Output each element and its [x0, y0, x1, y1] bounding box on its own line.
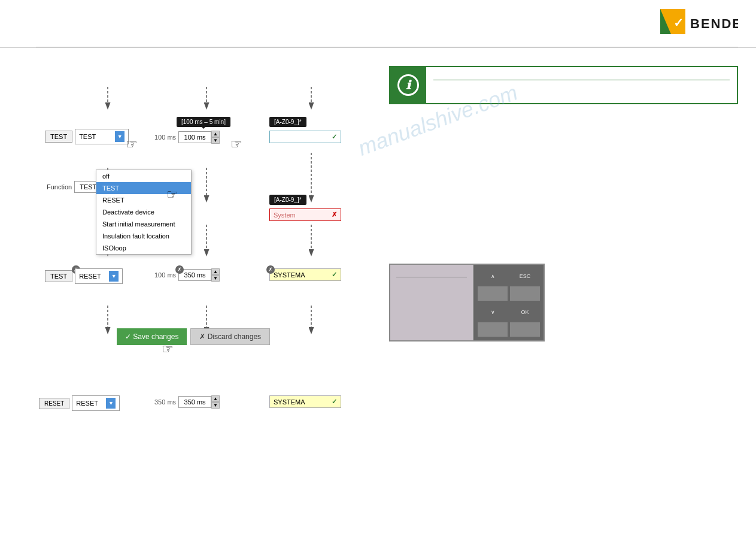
- text-field-3[interactable]: SYSTEMA ✓: [269, 395, 341, 408]
- spin-btns-3[interactable]: ▲ ▼: [211, 395, 220, 409]
- svg-text:✓: ✓: [673, 16, 684, 29]
- check-icon-3: ✓: [332, 398, 337, 406]
- device-panel: ∧ ESC ∨ OK: [389, 264, 545, 341]
- check-icon-1: ✓: [332, 133, 337, 141]
- save-button[interactable]: ✓ Save changes: [117, 328, 187, 345]
- time-label-3: 350 ms: [154, 398, 176, 406]
- function-dropdown[interactable]: off TEST RESET Deactivate device Start i…: [96, 170, 192, 255]
- spin-btns-1[interactable]: ▲ ▼: [211, 131, 220, 144]
- dev-btn-right-1[interactable]: [510, 286, 540, 301]
- device-screen: [390, 265, 474, 340]
- action-buttons: ✓ Save changes ✗ Discard changes: [117, 328, 270, 345]
- test-label-2: TEST: [45, 270, 72, 282]
- discard-button[interactable]: ✗ Discard changes: [190, 328, 270, 345]
- text-field-valid[interactable]: SYSTEMA ✓: [269, 268, 341, 281]
- info-panel: ℹ: [389, 66, 738, 104]
- dropdown-deactivate[interactable]: Deactivate device: [96, 206, 191, 218]
- function-row: Function TEST: [47, 181, 102, 193]
- dropdown-off[interactable]: off: [96, 170, 191, 182]
- select-arrow-2[interactable]: ▼: [109, 271, 119, 282]
- regex-hint-1: [A-Z0-9_]*: [269, 117, 306, 127]
- svg-text:BENDER: BENDER: [690, 16, 738, 31]
- test-label-1: TEST: [45, 131, 72, 143]
- time-tooltip: [100 ms – 5 min]: [177, 117, 230, 127]
- esc-label: ESC: [510, 268, 540, 284]
- function-select-1[interactable]: TEST ▼: [75, 129, 129, 144]
- up-label: ∧: [478, 268, 508, 284]
- close-badge-3[interactable]: ✗: [266, 265, 275, 274]
- separator: [36, 47, 738, 47]
- ok-label: OK: [510, 304, 540, 320]
- close-badge-2[interactable]: ✗: [175, 265, 184, 274]
- dev-btn-left-1[interactable]: [478, 286, 508, 301]
- row1-input-area: [A-Z0-9_]*: [269, 117, 306, 127]
- spin-btns-2[interactable]: ▲ ▼: [211, 268, 220, 282]
- time-input-3[interactable]: 350 ms: [178, 396, 211, 408]
- reset-label: RESET: [39, 398, 69, 409]
- info-icon: ℹ: [397, 74, 419, 96]
- dropdown-test[interactable]: TEST: [96, 182, 191, 194]
- cross-icon-1: ✗: [332, 211, 337, 219]
- watermark: manualshive.com: [191, 20, 685, 221]
- dropdown-start-meas[interactable]: Start initial measurement: [96, 218, 191, 230]
- dev-btn-left-2[interactable]: [478, 322, 508, 337]
- spin-up-2[interactable]: ▲: [211, 268, 220, 275]
- row3-time: 350 ms 350 ms ▲ ▼: [154, 395, 220, 409]
- dropdown-reset[interactable]: RESET: [96, 194, 191, 206]
- logo: ✓ BENDER: [660, 9, 738, 39]
- regex-hint-2: [A-Z0-9_]*: [269, 195, 306, 205]
- info-text: [426, 67, 737, 103]
- time-label-1: 100 ms: [154, 134, 176, 141]
- row1-text-input: ✓: [269, 131, 341, 143]
- spin-up-1[interactable]: ▲: [211, 131, 220, 137]
- row2-input-hint: [A-Z0-9_]*: [269, 195, 306, 205]
- device-buttons: ∧ ESC ∨ OK: [474, 265, 544, 340]
- time-label-2: 100 ms: [154, 271, 176, 279]
- row3-function: RESET RESET ▼: [39, 395, 120, 411]
- spin-down-1[interactable]: ▼: [211, 137, 220, 144]
- info-icon-box: ℹ: [390, 67, 426, 103]
- row1-time: 100 ms 100 ms ▲ ▼: [154, 131, 220, 144]
- select-arrow-3[interactable]: ▼: [106, 398, 116, 409]
- error-text: System: [274, 211, 296, 219]
- spin-up-3[interactable]: ▲: [211, 395, 220, 402]
- row3-text: SYSTEMA ✓: [269, 395, 341, 408]
- screen-line: [396, 277, 467, 277]
- time-input-1[interactable]: 100 ms: [178, 131, 211, 143]
- row2-input-error: System ✗: [269, 208, 341, 221]
- dev-btn-right-2[interactable]: [510, 322, 540, 337]
- text-field-error[interactable]: System ✗: [269, 208, 341, 221]
- down-label: ∨: [478, 304, 508, 320]
- function-label: Function: [47, 183, 72, 191]
- dropdown-isoloop[interactable]: ISOloop: [96, 242, 191, 254]
- check-icon-2: ✓: [332, 271, 337, 279]
- row2-time: 100 ms ✗ 350 ms ▲ ▼: [154, 268, 220, 282]
- row1-function: TEST TEST ▼: [45, 129, 129, 144]
- spin-down-3[interactable]: ▼: [211, 402, 220, 409]
- function-select-2[interactable]: RESET ▼: [75, 268, 123, 284]
- flow-arrows: [36, 48, 395, 437]
- cursor-hand-2: ☞: [230, 137, 242, 152]
- select-arrow-1[interactable]: ▼: [115, 131, 125, 142]
- row2-function: TEST ✗ RESET ▼: [45, 268, 123, 284]
- text-field-1[interactable]: ✓: [269, 131, 341, 143]
- function-select-3[interactable]: RESET ▼: [72, 395, 120, 411]
- dropdown-insulation[interactable]: Insulation fault location: [96, 230, 191, 242]
- spin-down-2[interactable]: ▼: [211, 275, 220, 282]
- header: ✓ BENDER: [0, 0, 756, 48]
